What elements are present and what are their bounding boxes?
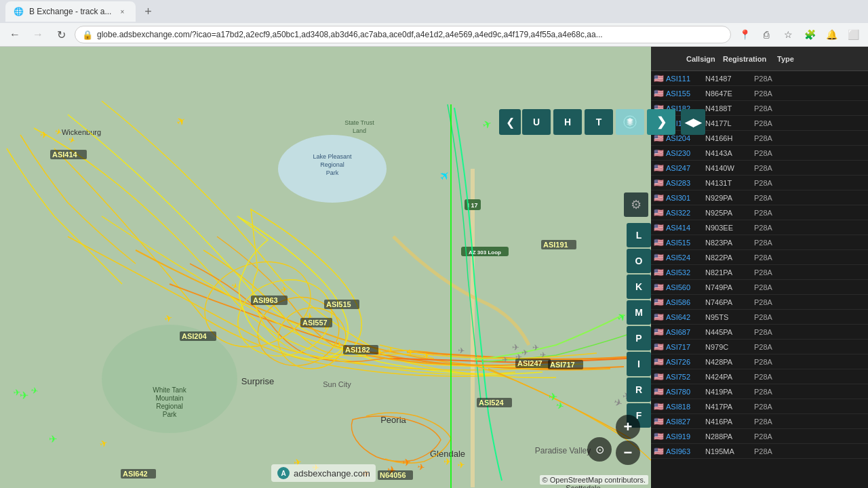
callsign-cell: ASI111 xyxy=(666,75,705,83)
aircraft-row[interactable]: 🇺🇸 ASI919 N288PA P28A xyxy=(651,429,868,444)
aircraft-row[interactable]: 🇺🇸 ASI780 N419PA P28A xyxy=(651,384,868,399)
flag-icon: 🇺🇸 xyxy=(651,148,666,158)
flag-icon: 🇺🇸 xyxy=(651,268,666,277)
back-button[interactable]: ← xyxy=(5,25,24,44)
aircraft-row[interactable]: 🇺🇸 ASI586 N746PA P28A xyxy=(651,295,868,310)
h-button[interactable]: H xyxy=(553,109,582,135)
aircraft-row[interactable]: 🇺🇸 ASI642 N95TS P28A xyxy=(651,310,868,325)
callsign-cell: ASI230 xyxy=(666,149,705,157)
aircraft-row[interactable]: 🇺🇸 ASI726 N428PA P28A xyxy=(651,354,868,369)
flag-icon: 🇺🇸 xyxy=(651,238,666,247)
aircraft-row[interactable]: 🇺🇸 ASI827 N416PA P28A xyxy=(651,414,868,429)
r-button[interactable]: R xyxy=(627,378,651,402)
bookmark-button[interactable]: ☆ xyxy=(778,25,797,44)
i-button[interactable]: I xyxy=(627,352,651,376)
back-map-button[interactable]: ❮ xyxy=(499,109,521,135)
k-button[interactable]: K xyxy=(627,274,651,299)
flag-icon: 🇺🇸 xyxy=(651,387,666,396)
aircraft-row[interactable]: 🇺🇸 ASI414 N903EE P28A xyxy=(651,220,868,235)
svg-text:✈: ✈ xyxy=(407,348,414,357)
svg-text:Paradise Valley: Paradise Valley xyxy=(535,446,591,455)
active-tab[interactable]: 🌐 B Exchange - track a... × xyxy=(5,1,136,22)
callsign-cell: ASI515 xyxy=(666,239,705,247)
aircraft-row[interactable]: 🇺🇸 ASI524 N822PA P28A xyxy=(651,250,868,265)
panel-expand-button[interactable]: ❯ xyxy=(647,109,675,135)
registration-cell: N746PA xyxy=(705,298,754,306)
flag-icon: 🇺🇸 xyxy=(651,89,666,98)
zoom-in-button[interactable]: + xyxy=(616,415,640,439)
settings-button[interactable]: ⚙ xyxy=(624,192,648,217)
type-cell: P28A xyxy=(754,373,788,381)
t-button[interactable]: T xyxy=(585,109,613,135)
aircraft-row[interactable]: 🇺🇸 ASI247 N4140W P28A xyxy=(651,161,868,176)
registration-cell: N288PA xyxy=(705,432,754,441)
aircraft-row[interactable]: 🇺🇸 ASI818 N417PA P28A xyxy=(651,399,868,414)
location-button[interactable]: 📍 xyxy=(735,25,754,44)
aircraft-row[interactable]: 🇺🇸 ASI560 N749PA P28A xyxy=(651,280,868,295)
layer-button[interactable] xyxy=(616,109,644,135)
svg-text:ASI524: ASI524 xyxy=(479,399,505,407)
type-cell: P28A xyxy=(754,209,788,217)
aircraft-row[interactable]: 🇺🇸 ASI111 N41487 P28A xyxy=(651,71,868,86)
extensions-button[interactable]: 🧩 xyxy=(800,25,819,44)
address-box[interactable]: 🔒 globe.adsbexchange.com/?icao=a17bd2,a2… xyxy=(75,26,731,43)
registration-cell: N979C xyxy=(705,343,754,351)
zoom-out-button[interactable]: − xyxy=(616,441,640,465)
aircraft-row[interactable]: 🇺🇸 ASI963 N195MA P28A xyxy=(651,444,868,459)
aircraft-row[interactable]: 🇺🇸 ASI532 N821PA P28A xyxy=(651,265,868,280)
window-button[interactable]: ⬜ xyxy=(844,25,863,44)
type-cell: P28A xyxy=(754,283,788,291)
flag-icon: 🇺🇸 xyxy=(651,417,666,426)
type-cell: P28A xyxy=(754,104,788,113)
o-button[interactable]: O xyxy=(627,249,651,273)
new-tab-button[interactable]: + xyxy=(138,2,157,21)
track-button[interactable]: ⊙ xyxy=(587,437,612,462)
aircraft-row[interactable]: 🇺🇸 ASI322 N925PA P28A xyxy=(651,205,868,220)
zoom-controls: + − xyxy=(616,415,640,465)
registration-cell: N4188T xyxy=(705,104,754,113)
top-map-buttons: U H T ❯ ◀▶ xyxy=(522,109,703,135)
copyright-text: © OpenStreetMap contributors. xyxy=(540,475,648,485)
svg-text:ASI717: ASI717 xyxy=(550,361,575,369)
browser-chrome: 🌐 B Exchange - track a... × + ← → ↻ 🔒 gl… xyxy=(0,0,868,47)
aircraft-row[interactable]: 🇺🇸 ASI752 N424PA P28A xyxy=(651,369,868,384)
aircraft-row[interactable]: 🇺🇸 ASI301 N929PA P28A xyxy=(651,190,868,205)
tab-title: B Exchange - track a... xyxy=(29,7,111,16)
flag-icon: 🇺🇸 xyxy=(651,223,666,232)
svg-text:ASI642: ASI642 xyxy=(123,470,148,478)
callsign-cell: ASI818 xyxy=(666,403,705,411)
share-button[interactable]: ⎙ xyxy=(757,25,776,44)
reload-button[interactable]: ↻ xyxy=(52,25,71,44)
registration-cell: N749PA xyxy=(705,283,754,291)
aircraft-row[interactable]: 🇺🇸 ASI515 N823PA P28A xyxy=(651,235,868,250)
svg-text:✈: ✈ xyxy=(335,340,344,351)
aircraft-row[interactable]: 🇺🇸 ASI717 N979C P28A xyxy=(651,340,868,354)
callsign-cell: ASI687 xyxy=(666,328,705,336)
aircraft-row[interactable]: 🇺🇸 ASI687 N445PA P28A xyxy=(651,325,868,340)
forward-button[interactable]: → xyxy=(28,25,47,44)
u-button[interactable]: U xyxy=(522,109,551,135)
svg-text:ASI963: ASI963 xyxy=(253,296,278,304)
registration-cell: N4177L xyxy=(705,119,754,127)
svg-text:✈: ✈ xyxy=(40,129,48,140)
aircraft-row[interactable]: 🇺🇸 ASI283 N4131T P28A xyxy=(651,176,868,190)
type-cell: P28A xyxy=(754,403,788,411)
type-cell: P28A xyxy=(754,268,788,277)
svg-text:ASI191: ASI191 xyxy=(543,241,568,249)
l-button[interactable]: L xyxy=(627,223,651,247)
aircraft-row[interactable]: 🇺🇸 ASI230 N4143A P28A xyxy=(651,146,868,161)
registration-cell: N925PA xyxy=(705,209,754,217)
flag-icon: 🇺🇸 xyxy=(651,208,666,218)
flag-icon: 🇺🇸 xyxy=(651,298,666,307)
type-cell: P28A xyxy=(754,298,788,306)
m-button[interactable]: M xyxy=(627,300,651,325)
p-button[interactable]: P xyxy=(627,326,651,350)
type-cell: P28A xyxy=(754,239,788,247)
toggle-panel-button[interactable]: ◀▶ xyxy=(681,109,705,135)
svg-text:A: A xyxy=(281,470,285,477)
type-cell: P28A xyxy=(754,194,788,202)
map-container[interactable]: White Tank Mountain Regional Park Lake P… xyxy=(0,47,868,488)
close-tab-button[interactable]: × xyxy=(117,6,127,17)
notifications-button[interactable]: 🔔 xyxy=(822,25,841,44)
aircraft-row[interactable]: 🇺🇸 ASI155 N8647E P28A xyxy=(651,86,868,101)
